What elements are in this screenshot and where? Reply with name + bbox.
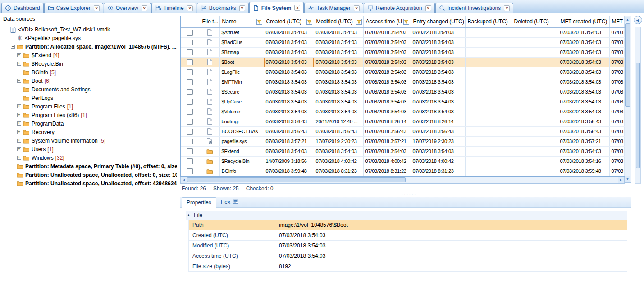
row-checkbox[interactable] [187,79,193,85]
tree-item-windows[interactable]: +Windows[32] [3,153,177,162]
table-row-secure[interactable]: $Secure07/03/2018 3:54:0307/03/2018 3:54… [181,87,624,97]
collapse-panel-button[interactable]: ◀ [634,16,642,24]
tree-item-partition-metadata-space-pri[interactable]: Partition: Metadata space, Primary Table… [3,162,177,171]
vertical-scrollbar[interactable]: ▲ ▼ [625,16,631,183]
close-tab-icon[interactable]: × [354,5,360,11]
close-tab-icon[interactable]: × [294,5,300,11]
property-row-path[interactable]: Pathimage:\1\vol_1048576\$Boot [189,220,627,230]
close-tab-icon[interactable]: × [142,5,147,11]
column-header-filetype[interactable]: File t... [200,16,219,27]
column-header-created[interactable]: Created (UTC) [264,16,314,27]
row-checkbox[interactable] [187,158,193,164]
close-tab-icon[interactable]: × [239,5,245,11]
expand-icon[interactable]: + [17,139,21,143]
row-checkbox[interactable] [187,119,193,125]
row-checkbox[interactable] [187,99,193,105]
row-checkbox[interactable] [187,59,193,65]
tab-case-explorer[interactable]: Case Explorer× [44,3,103,13]
tree-item-partition-unallocated-space[interactable]: Partition: Unallocated space, Unallocate… [3,179,177,188]
column-header-mft_modified[interactable]: MFT m... [609,16,624,27]
tree-item-program-files[interactable]: +Program Files[1] [3,102,177,111]
row-checkbox[interactable] [187,168,193,174]
property-row-modified-utc[interactable]: Modified (UTC)07/03/2018 3:54:03 [189,241,627,251]
property-row-created-utc[interactable]: Created (UTC)07/03/2018 3:54:03 [189,230,627,241]
tree-item-documents-and-settings[interactable]: Documents and Settings [3,85,177,94]
table-row-attrdef[interactable]: $AttrDef07/03/2018 3:54:0307/03/2018 3:5… [181,27,624,37]
table-row-extend[interactable]: $Extend07/03/2018 3:54:0307/03/2018 3:54… [181,146,624,156]
horizontal-scrollbar[interactable]: ◀ ···· ▶ [180,177,625,184]
property-row-access-time-utc[interactable]: Access time (UTC)07/03/2018 3:54:03 [189,251,627,261]
expand-icon[interactable]: + [17,62,21,66]
tree-item-pagefile-pagefile-sys[interactable]: <Pagefile> pagefile.sys [3,34,177,42]
expand-icon[interactable]: + [17,156,21,160]
expand-icon[interactable]: + [17,130,21,134]
tab-incident-investigations[interactable]: Incident Investigations× [435,3,514,13]
tab-task-manager[interactable]: Task Manager× [304,3,363,13]
close-tab-icon[interactable]: × [504,5,510,11]
tree-item-programdata[interactable]: +ProgramData [3,119,177,128]
table-row-pagefile-sys[interactable]: pagefile.sys07/03/2018 3:57:2117/07/2019… [181,136,624,146]
scroll-right-button[interactable]: ▶ [618,177,624,183]
tab-remote-acquisition[interactable]: Remote Acquisition× [364,3,435,13]
table-row-bginfo[interactable]: BGinfo07/03/2018 3:59:4807/03/2018 8:31:… [181,166,624,176]
property-row-file-size-bytes[interactable]: File size (bytes)8192 [189,261,627,272]
tree-item-recycle-bin[interactable]: +$Recycle.Bin [3,59,177,68]
expand-icon[interactable]: + [17,113,21,117]
expand-icon[interactable]: + [17,147,21,151]
tree-item-bginfo[interactable]: BGinfo[5] [3,68,177,76]
table-row-badclus[interactable]: $BadClus07/03/2018 3:54:0307/03/2018 3:5… [181,37,624,47]
column-header-check[interactable] [181,16,200,27]
scroll-up-button[interactable]: ▲ [625,17,630,22]
tree-item-perflogs[interactable]: PerfLogs [3,94,177,102]
tab-bookmarks[interactable]: Bookmarks× [197,3,249,13]
tree-item-boot[interactable]: +Boot[6] [3,76,177,85]
table-row-mftmirr[interactable]: $MFTMirr07/03/2018 3:54:0307/03/2018 3:5… [181,77,624,87]
table-row-logfile[interactable]: $LogFile07/03/2018 3:54:0307/03/2018 3:5… [181,67,624,77]
row-checkbox[interactable] [187,69,193,75]
tree-item-program-files-x86[interactable]: +Program Files (x86)[1] [3,111,177,119]
column-header-entry_changed[interactable]: Entry changed (UTC) [411,16,465,27]
row-checkbox[interactable] [187,109,193,115]
tab-dashboard[interactable]: Dashboard [1,3,44,13]
expand-icon[interactable]: + [17,104,21,108]
close-tab-icon[interactable]: × [425,5,431,11]
tree-item-partition-allocated-space-im[interactable]: −Partition: Allocated space, image:\1\vo… [3,42,177,51]
bottom-tab-properties[interactable]: Properties [182,197,216,208]
tree-item-vdi-belkasoft-test-w7-disk1[interactable]: <VDI> Belkasoft_Test_W7-disk1.vmdk [3,25,177,34]
table-row-volume[interactable]: $Volume07/03/2018 3:54:0307/03/2018 3:54… [181,107,624,117]
scroll-left-button[interactable]: ◀ [181,177,187,183]
tree-item-partition-unallocated-space[interactable]: Partition: Unallocated space, Unallocate… [3,171,177,179]
row-checkbox[interactable] [187,30,193,36]
tree-item-recovery[interactable]: +Recovery [3,128,177,136]
table-row-recycle-bin[interactable]: $Recycle.Bin14/07/2009 3:18:5607/03/2018… [181,156,624,166]
tab-overview[interactable]: Overview× [104,3,151,13]
filter-icon[interactable] [403,19,409,25]
tree-item-users[interactable]: +Users[1] [3,145,177,153]
tab-timeline[interactable]: Timeline× [151,3,196,13]
bottom-tab-hex[interactable]: Hex [216,197,243,207]
properties-section-header[interactable]: ▲ File [186,211,627,220]
table-row-bitmap[interactable]: $Bitmap07/03/2018 3:54:0307/03/2018 3:54… [181,47,624,57]
row-checkbox[interactable] [187,148,193,154]
panel-splitter[interactable]: ······ [180,193,631,197]
close-tab-icon[interactable]: × [94,5,100,11]
filter-icon[interactable] [306,19,312,25]
table-row-boot[interactable]: $Boot07/03/2018 3:54:0307/03/2018 3:54:0… [181,57,624,67]
horizontal-scrollbar-thumb[interactable]: ···· [187,177,406,182]
row-checkbox[interactable] [187,129,193,135]
filter-icon[interactable] [256,19,262,25]
column-header-name[interactable]: Name [219,16,264,27]
row-checkbox[interactable] [187,49,193,55]
table-row-bootmgr[interactable]: bootmgr07/03/2018 3:56:4320/11/2010 12:4… [181,117,624,126]
table-row-upcase[interactable]: $UpCase07/03/2018 3:54:0307/03/2018 3:54… [181,97,624,107]
column-header-modified[interactable]: Modified (UTC) [314,16,363,27]
column-header-mft_created[interactable]: MFT created (UTC) [558,16,609,27]
scroll-down-button[interactable]: ▼ [625,176,630,182]
column-header-backuped[interactable]: Backuped (UTC) [465,16,512,27]
table-row-bootsect-bak[interactable]: BOOTSECT.BAK07/03/2018 3:56:4307/03/2018… [181,126,624,136]
vertical-scrollbar-thumb[interactable] [625,23,630,107]
collapse-icon[interactable]: − [11,45,15,49]
row-checkbox[interactable] [187,89,193,95]
column-header-access[interactable]: Access time (U... [363,16,411,27]
column-header-deleted[interactable]: Deleted (UTC) [512,16,558,27]
